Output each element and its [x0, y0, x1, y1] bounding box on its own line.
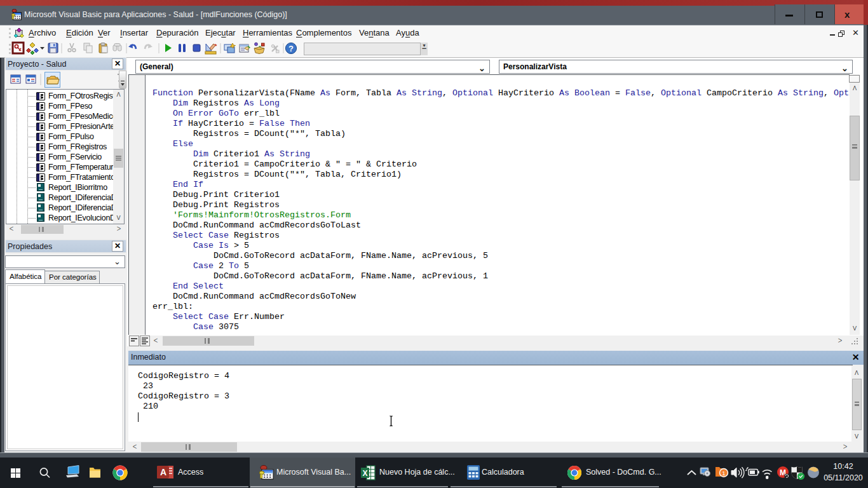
svg-text:A: A	[160, 467, 166, 477]
svg-text:X: X	[362, 469, 367, 478]
svg-text:1: 1	[722, 470, 725, 477]
svg-text:?: ?	[288, 44, 294, 53]
